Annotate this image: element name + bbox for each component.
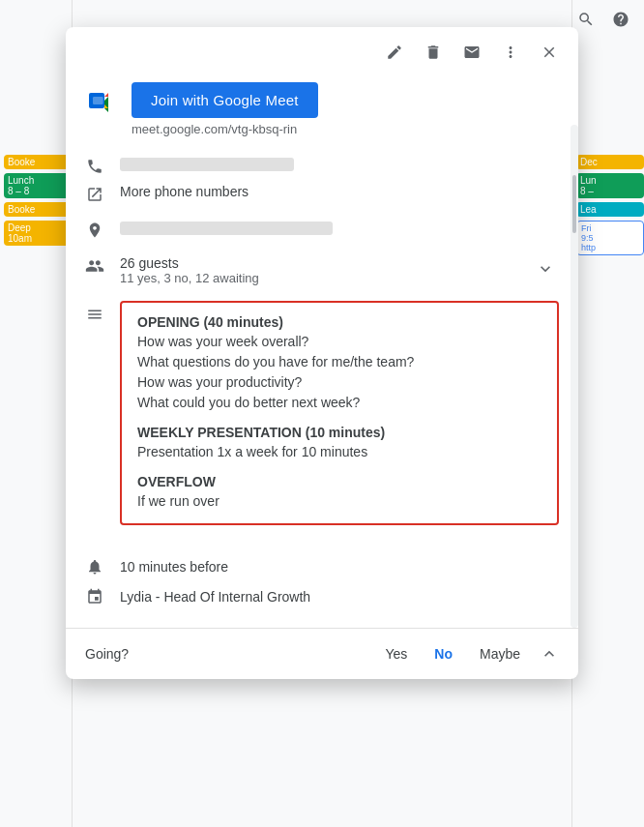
no-button[interactable]: No (426, 640, 460, 667)
reminder-text: 10 minutes before (120, 559, 228, 575)
description-wrapper: OPENING (40 minutes) How was your week o… (85, 297, 559, 537)
description-box: OPENING (40 minutes) How was your week o… (120, 301, 559, 525)
location-blurred-text (120, 222, 333, 235)
desc-line: Presentation 1x a week for 10 minutes (137, 442, 542, 462)
email-button[interactable] (454, 35, 489, 70)
calendar-icon (85, 587, 104, 606)
bg-event: Booke (4, 202, 72, 217)
guests-detail: 11 yes, 3 no, 12 awaiting (120, 271, 516, 285)
help-button[interactable] (605, 4, 636, 35)
meet-row: Join with Google Meet (85, 78, 559, 118)
reminder-row: 10 minutes before (85, 548, 559, 580)
footer-expand-button[interactable] (540, 644, 559, 664)
modal-footer: Going? Yes No Maybe (66, 628, 578, 679)
guests-count: 26 guests (120, 255, 516, 271)
bg-event: Dec (576, 155, 644, 169)
google-meet-icon (85, 85, 116, 116)
location-blurred-content (120, 220, 559, 239)
guests-expand-button[interactable] (532, 255, 559, 282)
bg-left-column: Booke Lunch8 – 8 Booke Deep10am (0, 0, 73, 827)
desc-section-3-title: OVERFLOW (137, 474, 542, 489)
desc-line: What questions do you have for me/the te… (137, 352, 542, 372)
going-label: Going? (85, 646, 366, 662)
guests-content: 26 guests 11 yes, 3 no, 12 awaiting (120, 255, 516, 285)
phone-row (85, 148, 559, 184)
yes-button[interactable]: Yes (377, 640, 415, 667)
desc-section-2-title: WEEKLY PRESENTATION (10 minutes) (137, 425, 542, 440)
bg-event: Lun8 – (576, 173, 644, 198)
desc-section-1: OPENING (40 minutes) How was your week o… (137, 314, 542, 413)
desc-line: If we run over (137, 491, 542, 512)
bg-right-column: Dec Lun8 – Lea Fri9:5http (571, 0, 644, 827)
phone-blurred-text (120, 158, 294, 171)
more-button[interactable] (493, 35, 528, 70)
modal-toolbar (66, 27, 578, 78)
location-icon (85, 221, 104, 240)
more-phone-link[interactable]: More phone numbers (120, 184, 249, 199)
modal-body: Join with Google Meet meet.google.com/vt… (66, 78, 578, 628)
desc-line: How was your week overall? (137, 332, 542, 352)
phone-icon (85, 157, 104, 176)
close-button[interactable] (532, 35, 567, 70)
maybe-button[interactable]: Maybe (472, 640, 528, 667)
description-icon (85, 298, 104, 317)
desc-line: What could you do better next week? (137, 393, 542, 413)
edit-button[interactable] (377, 35, 412, 70)
bg-event: Lea (576, 202, 644, 217)
event-detail-modal: Join with Google Meet meet.google.com/vt… (66, 27, 578, 679)
scrollbar[interactable] (571, 125, 578, 628)
bg-event: Lunch8 – 8 (4, 173, 72, 198)
top-right-icons (571, 4, 636, 35)
scrollbar-thumb (572, 175, 576, 233)
join-meet-button[interactable]: Join with Google Meet (132, 82, 318, 118)
bg-event: Booke (4, 155, 72, 169)
desc-section-3: OVERFLOW If we run over (137, 474, 542, 512)
delete-button[interactable] (416, 35, 451, 70)
bg-event: Fri9:5http (576, 221, 644, 255)
phone-blurred-content (120, 156, 559, 175)
organizer-text: Lydia - Head Of Internal Growth (120, 589, 310, 605)
reminder-icon (85, 557, 104, 576)
organizer-row: Lydia - Head Of Internal Growth (85, 580, 559, 612)
desc-section-2: WEEKLY PRESENTATION (10 minutes) Present… (137, 425, 542, 462)
bg-event: Deep10am (4, 221, 72, 246)
desc-line: How was your productivity? (137, 372, 542, 393)
desc-section-1-title: OPENING (40 minutes) (137, 314, 542, 330)
meet-link: meet.google.com/vtg-kbsq-rin (85, 122, 559, 136)
guests-row: 26 guests 11 yes, 3 no, 12 awaiting (85, 248, 559, 293)
external-link-icon (85, 185, 104, 204)
more-phone-row[interactable]: More phone numbers (85, 184, 559, 212)
guests-icon (85, 256, 104, 276)
location-row (85, 212, 559, 248)
